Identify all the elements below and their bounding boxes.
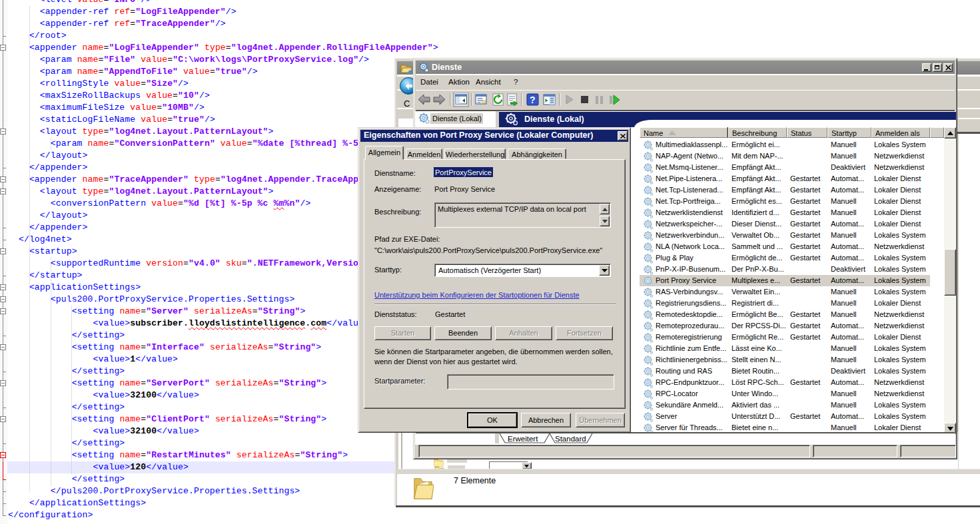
svg-text:Standard: Standard [555, 435, 586, 443]
svg-text:Erweitert: Erweitert [508, 435, 538, 443]
